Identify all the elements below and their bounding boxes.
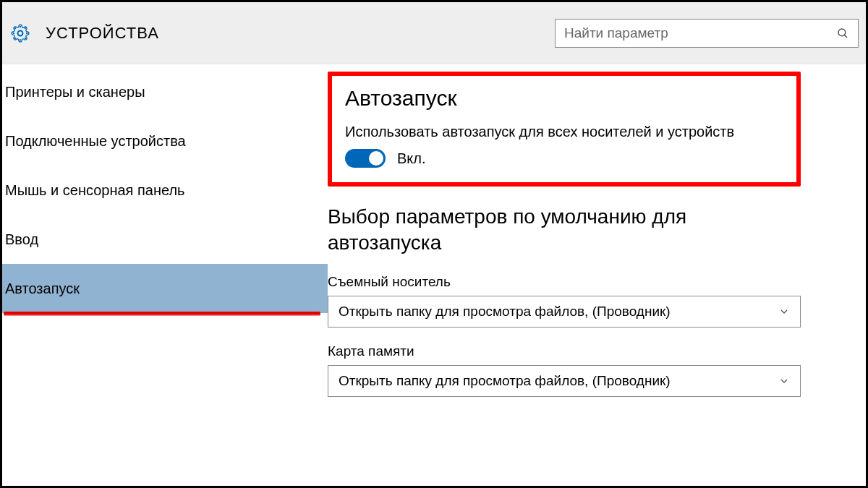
sidebar-item-label: Автозапуск [5,281,80,297]
field-memory-card: Карта памяти Открыть папку для просмотра… [328,343,801,397]
field-removable-drive: Съемный носитель Открыть папку для просм… [328,274,801,328]
sidebar-item-label: Мышь и сенсорная панель [5,182,185,199]
chevron-down-icon [778,306,790,317]
autoplay-toggle-state-label: Вкл. [397,150,426,167]
field-label: Съемный носитель [328,274,801,290]
section-title-defaults: Выбор параметров по умолчанию для автоза… [328,204,801,257]
dropdown-memory-card[interactable]: Открыть папку для просмотра файлов, (Про… [328,365,801,397]
sidebar-item-autoplay[interactable]: Автозапуск [2,264,328,313]
search-input[interactable] [564,25,836,41]
search-box[interactable] [555,19,859,48]
page-title: УСТРОЙСТВА [46,24,555,43]
sidebar-item-mouse-touchpad[interactable]: Мышь и сенсорная панель [2,166,328,215]
sidebar-item-printers[interactable]: Принтеры и сканеры [2,67,328,116]
dropdown-value: Открыть папку для просмотра файлов, (Про… [339,304,671,320]
section-title-autoplay: Автозапуск [345,86,783,111]
field-label: Карта памяти [328,343,801,359]
autoplay-toggle-row: Вкл. [345,149,783,168]
sidebar-item-label: Принтеры и сканеры [5,84,145,100]
annotation-highlight-box: Автозапуск Использовать автозапуск для в… [328,72,801,187]
svg-point-0 [18,30,23,35]
chevron-down-icon [778,375,790,387]
autoplay-toggle[interactable] [345,149,386,168]
sidebar-item-label: Ввод [5,231,38,248]
svg-line-2 [844,35,847,38]
autoplay-toggle-description: Использовать автозапуск для всех носител… [345,124,783,140]
search-icon [836,27,849,40]
svg-point-1 [838,29,846,36]
toggle-knob [369,151,383,166]
dropdown-value: Открыть папку для просмотра файлов, (Про… [339,373,671,389]
header-bar: УСТРОЙСТВА [2,2,866,64]
sidebar-item-label: Подключенные устройства [5,133,186,150]
sidebar-item-typing[interactable]: Ввод [2,215,328,264]
sidebar-item-connected-devices[interactable]: Подключенные устройства [2,116,328,166]
dropdown-removable-drive[interactable]: Открыть папку для просмотра файлов, (Про… [328,296,801,328]
sidebar: Принтеры и сканеры Подключенные устройст… [2,64,328,486]
annotation-underline [4,312,320,316]
content-pane: Автозапуск Использовать автозапуск для в… [328,64,866,486]
gear-icon [11,24,30,43]
